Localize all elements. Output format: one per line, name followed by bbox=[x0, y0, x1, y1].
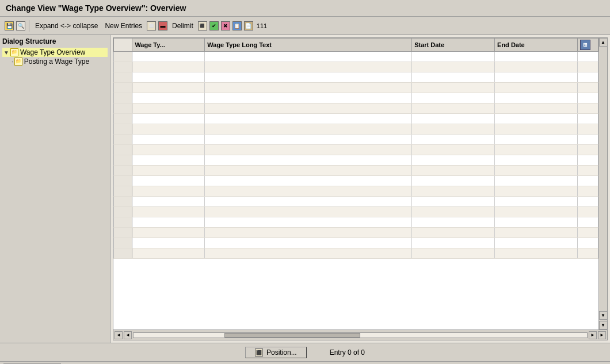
icon-4[interactable]: 📋 bbox=[232, 21, 242, 30]
dialog-structure-panel: Dialog Structure ▼ 📁 Wage Type Overview … bbox=[0, 35, 110, 343]
icon-3[interactable]: ✖ bbox=[221, 21, 230, 30]
copy-icon[interactable]: ⬜ bbox=[147, 21, 156, 30]
col-end-date-header[interactable]: End Date bbox=[495, 39, 578, 52]
tree-item-posting-wage-type[interactable]: · 📁 Posting a Wage Type bbox=[2, 57, 108, 66]
table-row bbox=[114, 124, 598, 135]
table-row bbox=[114, 52, 598, 62]
save-icon[interactable]: 💾 bbox=[5, 21, 14, 30]
tree-label-posting-wage-type: Posting a Wage Type bbox=[24, 58, 89, 66]
page-title: Change View "Wage Type Overview": Overvi… bbox=[6, 3, 186, 13]
main-content: Dialog Structure ▼ 📁 Wage Type Overview … bbox=[0, 35, 610, 343]
col-wage-type-header[interactable]: Wage Ty... bbox=[132, 39, 205, 52]
expand-collapse-button[interactable]: Expand <-> collapse bbox=[33, 21, 100, 31]
data-table: Wage Ty... Wage Type Long Text Start Dat… bbox=[113, 38, 598, 259]
table-row bbox=[114, 217, 598, 228]
scroll-right-button[interactable]: ► bbox=[589, 331, 597, 339]
table-row bbox=[114, 155, 598, 166]
folder-icon-2: 📁 bbox=[14, 58, 22, 66]
horizontal-scrollbar: ◄ ◄ ► ► bbox=[113, 329, 607, 340]
table-row bbox=[114, 104, 598, 114]
table-row bbox=[114, 186, 598, 197]
tree-arrow-2: · bbox=[12, 59, 13, 65]
counter-display: 111 bbox=[257, 22, 267, 29]
tree-item-wage-type-overview[interactable]: ▼ 📁 Wage Type Overview bbox=[2, 48, 108, 57]
table-scroll-area: ▲ ▼ ▼ Wage Ty... Wage Type Long Te bbox=[113, 38, 607, 329]
tree-label-wage-type-overview: Wage Type Overview bbox=[20, 48, 85, 56]
col-selector bbox=[114, 39, 132, 52]
bottom-bar: ⬛ Position... Entry 0 of 0 bbox=[0, 343, 610, 361]
table-row bbox=[114, 145, 598, 155]
table-area: ▲ ▼ ▼ Wage Ty... Wage Type Long Te bbox=[110, 35, 610, 343]
table-row bbox=[114, 197, 598, 207]
table-row bbox=[114, 135, 598, 145]
move-icon[interactable]: ▬ bbox=[158, 21, 167, 30]
table-row bbox=[114, 72, 598, 83]
dialog-structure-title: Dialog Structure bbox=[2, 37, 108, 45]
table-row bbox=[114, 176, 598, 186]
table-row bbox=[114, 248, 598, 259]
scroll-left-button[interactable]: ◄ bbox=[115, 331, 123, 339]
table-row bbox=[114, 207, 598, 217]
scroll-up-button[interactable]: ▲ bbox=[599, 38, 608, 47]
table-row bbox=[114, 238, 598, 248]
title-bar: Change View "Wage Type Overview": Overvi… bbox=[0, 0, 610, 17]
table-row bbox=[114, 93, 598, 104]
folder-icon-1: 📁 bbox=[10, 48, 18, 56]
entry-status: Entry 0 of 0 bbox=[330, 348, 365, 357]
toolbar: 💾 🔍 Expand <-> collapse New Entries ⬜ ▬ … bbox=[0, 17, 610, 35]
table-container: ▲ ▼ ▼ Wage Ty... Wage Type Long Te bbox=[113, 37, 608, 340]
delimit-button[interactable]: Delimit bbox=[170, 21, 196, 31]
sep1 bbox=[29, 20, 29, 32]
footer: ◄ ► bbox=[0, 361, 610, 364]
vertical-scrollbar: ▲ ▼ ▼ bbox=[598, 38, 607, 329]
table-row bbox=[114, 166, 598, 176]
col-long-text-header[interactable]: Wage Type Long Text bbox=[205, 39, 412, 52]
hscroll-track[interactable] bbox=[133, 332, 588, 338]
col-settings-header[interactable]: ⊞ bbox=[577, 39, 598, 52]
scroll-down2-button[interactable]: ▼ bbox=[599, 321, 608, 329]
find-icon[interactable]: 🔍 bbox=[16, 21, 25, 30]
scroll-down-button[interactable]: ▼ bbox=[599, 311, 608, 320]
table-row bbox=[114, 114, 598, 124]
scroll-left2-button[interactable]: ◄ bbox=[124, 331, 132, 339]
position-button-label: Position... bbox=[266, 348, 297, 357]
new-entries-button[interactable]: New Entries bbox=[102, 21, 144, 31]
icon-2[interactable]: ✔ bbox=[209, 21, 219, 30]
hscroll-thumb bbox=[224, 333, 360, 338]
table-row bbox=[114, 83, 598, 93]
column-settings-icon[interactable]: ⊞ bbox=[580, 40, 590, 50]
tree-arrow-1: ▼ bbox=[3, 49, 9, 56]
position-icon: ⬛ bbox=[255, 348, 263, 357]
icon-5[interactable]: 📄 bbox=[244, 21, 253, 30]
table-row bbox=[114, 62, 598, 72]
position-button[interactable]: ⬛ Position... bbox=[245, 347, 307, 358]
scroll-right2-button[interactable]: ► bbox=[598, 331, 606, 339]
icon-1[interactable]: ⬛ bbox=[198, 21, 207, 30]
col-start-date-header[interactable]: Start Date bbox=[412, 39, 495, 52]
table-row bbox=[114, 228, 598, 238]
